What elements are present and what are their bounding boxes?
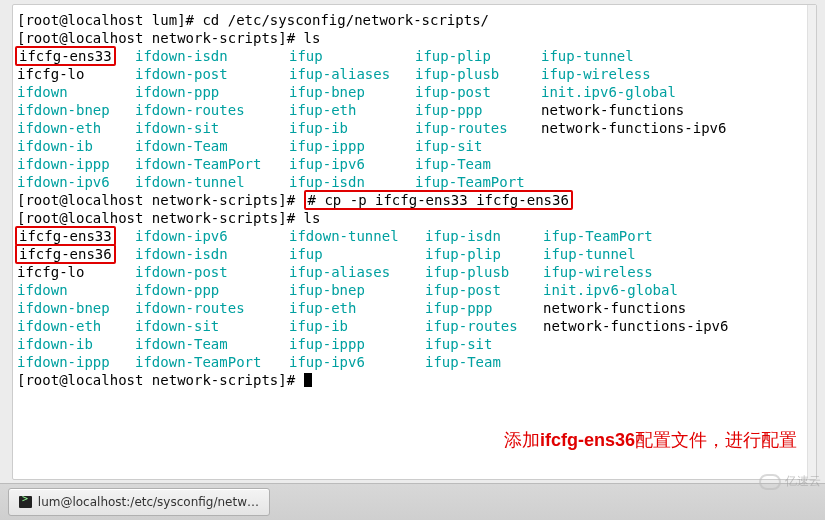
ls-cell: ifdown-ppp [135,281,289,299]
ls-row: ifdown-ethifdown-sitifup-ibifup-routesne… [17,317,802,335]
cmd-text: ls [304,210,321,226]
screenshot-root: [root@localhost lum]# cd /etc/sysconfig/… [0,0,825,520]
ls-cell: ifup [289,47,415,65]
ls-cell: ifcfg-lo [17,263,135,281]
ls-cell: ifup-bnep [289,83,415,101]
ls-cell: ifdown-Team [135,137,289,155]
ls-cell: ifup-routes [425,317,543,335]
ls-cell: ifup-eth [289,299,425,317]
ls-cell: ifdown-ippp [17,155,135,173]
ls-cell: ifdown-tunnel [289,227,425,245]
taskbar: lum@localhost:/etc/sysconfig/netw… [0,483,825,520]
ls-cell: ifup-post [415,83,541,101]
ls-cell: network-functions [541,101,684,119]
ls-cell: ifup-ipv6 [289,155,415,173]
line-cmd-ls2: [root@localhost network-scripts]# ls [17,209,802,227]
annotation-suffix: 配置文件，进行配置 [635,430,797,450]
ls-cell: ifup-sit [425,335,543,353]
ls-cell: ifup [289,245,425,263]
cp-command-highlight: # cp -p ifcfg-ens33 ifcfg-ens36 [304,190,573,210]
taskbar-terminal-button[interactable]: lum@localhost:/etc/sysconfig/netw… [8,488,270,516]
terminal-window[interactable]: [root@localhost lum]# cd /etc/sysconfig/… [12,4,817,480]
ls-cell: ifup-TeamPort [543,227,653,245]
ls-cell: ifup-isdn [289,173,415,191]
ls-cell: network-functions-ipv6 [543,317,728,335]
ls-cell: ifup-plusb [415,65,541,83]
ls-cell: ifdown [17,83,135,101]
ls-cell: ifup-ipv6 [289,353,425,371]
ls-row: ifdownifdown-pppifup-bnepifup-postinit.i… [17,83,802,101]
terminal-content[interactable]: [root@localhost lum]# cd /etc/sysconfig/… [13,5,808,479]
ls-cell: ifup-bnep [289,281,425,299]
ls-row: ifcfg-ens33ifdown-ipv6ifdown-tunnelifup-… [17,227,802,245]
ls-row: ifdownifdown-pppifup-bnepifup-postinit.i… [17,281,802,299]
ls-cell: ifdown-Team [135,335,289,353]
ls-cell: ifup-post [425,281,543,299]
ls-row: ifdown-bnepifdown-routesifup-ethifup-ppp… [17,299,802,317]
ls-cell: ifup-tunnel [543,245,636,263]
prompt: [root@localhost network-scripts]# [17,372,304,388]
ls-cell: network-functions-ipv6 [541,119,726,137]
ls-cell: ifup-isdn [425,227,543,245]
ls-cell: ifup-wireless [541,65,651,83]
ls-cell: ifup-ib [289,119,415,137]
ls-cell: ifdown-routes [135,299,289,317]
ls-row: ifdown-bnepifdown-routesifup-ethifup-ppp… [17,101,802,119]
terminal-icon [19,496,32,508]
watermark-text: 亿速云 [785,473,821,490]
line-cmd-cp: [root@localhost network-scripts]# # cp -… [17,191,802,209]
ls-cell: ifdown-ppp [135,83,289,101]
ls-cell: ifdown-post [135,65,289,83]
ls-row: ifcfg-ens33ifdown-isdnifupifup-plipifup-… [17,47,802,65]
annotation-prefix: 添加 [504,430,540,450]
ls-cell: ifup-Team [415,155,541,173]
ls-cell: ifup-ib [289,317,425,335]
file-highlight: ifcfg-ens33 [15,46,116,66]
ls-cell: ifdown-ib [17,335,135,353]
prompt: [root@localhost lum]# [17,12,202,28]
ls-cell: ifcfg-lo [17,65,135,83]
ls-row: ifcfg-loifdown-postifup-aliasesifup-plus… [17,65,802,83]
ls-cell: ifcfg-ens33 [17,227,135,245]
ls-row: ifdown-ibifdown-Teamifup-ipppifup-sit [17,137,802,155]
ls-cell: ifup-ippp [289,335,425,353]
line-cmd-cd: [root@localhost lum]# cd /etc/sysconfig/… [17,11,802,29]
ls-cell: ifup-ppp [415,101,541,119]
prompt: [root@localhost network-scripts]# [17,192,304,208]
ls-cell: ifdown-ipv6 [135,227,289,245]
scrollbar[interactable] [807,5,816,479]
ls-cell: ifup-aliases [289,65,415,83]
ls-cell: init.ipv6-global [543,281,678,299]
ls-row: ifdown-ipv6ifdown-tunnelifup-isdnifup-Te… [17,173,802,191]
file-highlight: ifcfg-ens36 [15,244,116,264]
ls-cell: ifup-plusb [425,263,543,281]
file-highlight: ifcfg-ens33 [15,226,116,246]
ls-cell: ifdown-eth [17,119,135,137]
ls-cell: ifup-wireless [543,263,653,281]
ls-cell: ifdown [17,281,135,299]
prompt: [root@localhost network-scripts]# [17,30,304,46]
ls-cell: ifdown-TeamPort [135,353,289,371]
ls-cell: ifcfg-ens33 [17,47,135,65]
ls-cell: network-functions [543,299,686,317]
ls-cell: ifcfg-ens36 [17,245,135,263]
ls-row: ifdown-ipppifdown-TeamPortifup-ipv6ifup-… [17,155,802,173]
ls-cell: ifdown-ippp [17,353,135,371]
ls-cell: ifdown-ipv6 [17,173,135,191]
cursor [304,373,312,387]
ls-row: ifdown-ipppifdown-TeamPortifup-ipv6ifup-… [17,353,802,371]
ls-output-1: ifcfg-ens33ifdown-isdnifupifup-plipifup-… [17,47,802,191]
ls-row: ifcfg-ens36ifdown-isdnifupifup-plipifup-… [17,245,802,263]
ls-output-2: ifcfg-ens33ifdown-ipv6ifdown-tunnelifup-… [17,227,802,371]
ls-row: ifdown-ibifdown-Teamifup-ipppifup-sit [17,335,802,353]
ls-cell: ifdown-tunnel [135,173,289,191]
ls-cell: ifup-TeamPort [415,173,541,191]
ls-cell: ifup-Team [425,353,543,371]
ls-cell: ifup-ippp [289,137,415,155]
ls-cell: ifup-routes [415,119,541,137]
ls-cell: ifdown-isdn [135,47,289,65]
ls-cell: ifdown-ib [17,137,135,155]
annotation-text: 添加ifcfg-ens36配置文件，进行配置 [504,428,797,452]
ls-cell: ifup-eth [289,101,415,119]
line-cmd-ls1: [root@localhost network-scripts]# ls [17,29,802,47]
